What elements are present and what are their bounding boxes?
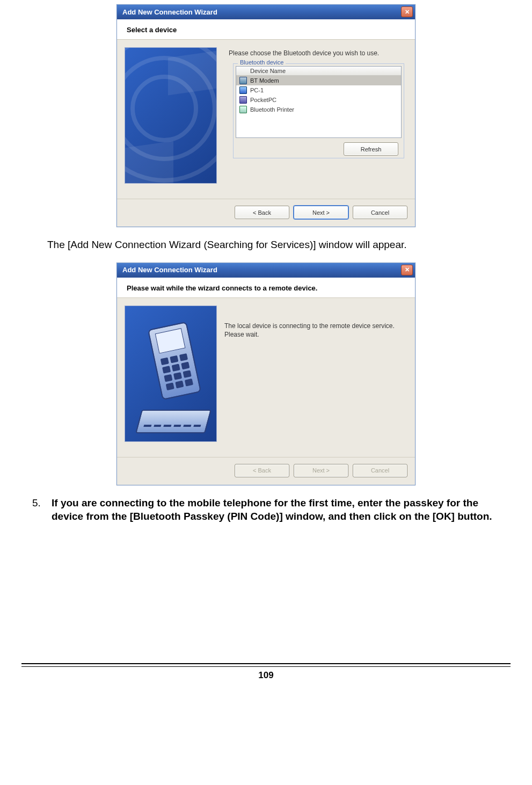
list-item-bt-modem[interactable]: BT Modem: [236, 76, 401, 85]
column-device-name: Device Name: [250, 68, 286, 74]
window-title: Add New Connection Wizard: [122, 8, 217, 16]
list-item-label: BT Modem: [250, 77, 279, 84]
cancel-button[interactable]: Cancel: [353, 206, 407, 219]
list-item-label: PocketPC: [250, 97, 276, 103]
page-number: 109: [258, 670, 273, 680]
refresh-button[interactable]: Refresh: [344, 142, 398, 156]
wizard-heading: Select a device: [127, 26, 177, 34]
wizard-side-image: [125, 306, 217, 442]
device-listbox[interactable]: Device Name BT Modem PC-1 PocketPC: [236, 66, 402, 138]
cancel-button: Cancel: [353, 464, 407, 477]
close-button[interactable]: ✕: [401, 265, 413, 275]
status-text: The local device is connecting to the re…: [224, 322, 407, 340]
wizard-heading: Please wait while the wizard connects to…: [127, 284, 317, 292]
next-label: Next >: [312, 209, 330, 216]
titlebar: Add New Connection Wizard ✕: [117, 263, 415, 278]
wizard-body: The local device is connecting to the re…: [117, 298, 415, 450]
titlebar: Add New Connection Wizard ✕: [117, 5, 415, 19]
wizard-footer: < Back Next > Cancel: [117, 199, 415, 227]
back-button: < Back: [235, 464, 289, 477]
list-column-header: Device Name: [236, 67, 401, 76]
close-icon: ✕: [405, 9, 410, 15]
step-number: 5.: [32, 496, 44, 524]
cancel-label: Cancel: [371, 467, 389, 474]
printer-icon: [239, 106, 247, 113]
next-button[interactable]: Next >: [294, 206, 348, 219]
next-label: Next >: [312, 467, 330, 474]
wizard-body: Please choose the Bluetooth device you w…: [117, 40, 415, 192]
wizard-side-image: [125, 47, 217, 184]
list-item-pocketpc[interactable]: PocketPC: [236, 95, 401, 105]
list-item-pc-1[interactable]: PC-1: [236, 85, 401, 95]
close-button[interactable]: ✕: [401, 6, 413, 17]
dialog-select-device: Add New Connection Wizard ✕ Select a dev…: [116, 4, 416, 227]
instruction-text: Please choose the Bluetooth device you w…: [229, 49, 407, 57]
wizard-content: The local device is connecting to the re…: [224, 306, 407, 450]
device-groupbox: Bluetooth device Device Name BT Modem PC…: [233, 63, 404, 158]
close-icon: ✕: [405, 267, 410, 273]
back-label: < Back: [253, 209, 271, 216]
wizard-footer: < Back Next > Cancel: [117, 457, 415, 485]
next-button: Next >: [294, 464, 348, 477]
phone-icon: [239, 77, 247, 84]
page-footer: 109: [21, 663, 511, 681]
cancel-label: Cancel: [371, 209, 389, 216]
caption-text: The [Add New Connection Wizard (Searchin…: [47, 238, 511, 252]
list-item-bt-printer[interactable]: Bluetooth Printer: [236, 105, 401, 114]
wizard-banner: Select a device: [117, 19, 415, 40]
step-5: 5. If you are connecting to the mobile t…: [32, 496, 511, 524]
pda-icon: [239, 96, 247, 104]
back-button[interactable]: < Back: [235, 206, 289, 219]
wizard-banner: Please wait while the wizard connects to…: [117, 278, 415, 298]
refresh-label: Refresh: [361, 146, 382, 152]
wizard-content: Please choose the Bluetooth device you w…: [224, 47, 407, 192]
step-text: If you are connecting to the mobile tele…: [52, 496, 511, 524]
pc-icon: [239, 86, 247, 94]
dialog-connecting: Add New Connection Wizard ✕ Please wait …: [116, 263, 416, 485]
status-line-1: The local device is connecting to the re…: [224, 322, 407, 331]
window-title: Add New Connection Wizard: [122, 266, 217, 274]
back-label: < Back: [253, 467, 271, 474]
list-item-label: PC-1: [250, 87, 264, 93]
list-item-label: Bluetooth Printer: [250, 106, 294, 113]
groupbox-label: Bluetooth device: [238, 59, 286, 66]
status-line-2: Please wait.: [224, 330, 407, 339]
